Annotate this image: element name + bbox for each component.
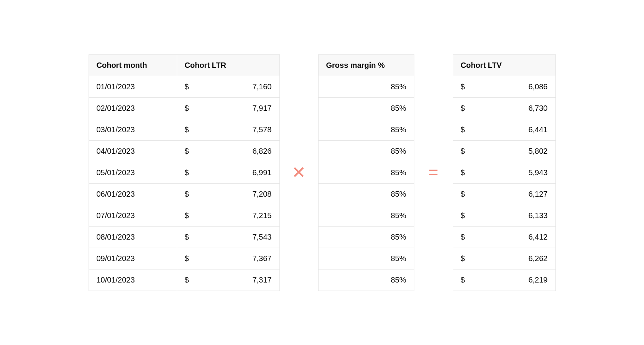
currency-symbol: $: [185, 104, 189, 113]
currency-symbol: $: [461, 125, 465, 134]
ltv-value: 6,086: [528, 82, 547, 91]
currency-symbol: $: [185, 232, 189, 242]
table-row: 85%: [318, 119, 414, 140]
ltv-value: 5,802: [528, 146, 547, 156]
currency-symbol: $: [461, 232, 465, 242]
table-row: 09/01/2023$7,367: [89, 248, 279, 269]
currency-symbol: $: [461, 275, 465, 284]
currency-symbol: $: [185, 82, 189, 91]
cell-cohort-ltr: $7,917: [177, 97, 279, 119]
ltr-table: Cohort month Cohort LTR 01/01/2023$7,160…: [89, 54, 280, 291]
currency-symbol: $: [461, 82, 465, 91]
ltr-value: 7,317: [252, 275, 271, 284]
ltr-value: 7,578: [252, 125, 271, 134]
cell-gross-margin: 85%: [318, 205, 414, 226]
ltv-table: Cohort LTV $6,086 $6,730 $6,441 $5,802 $…: [453, 54, 556, 291]
cell-cohort-ltv: $5,943: [453, 162, 555, 183]
formula-layout: Cohort month Cohort LTR 01/01/2023$7,160…: [89, 54, 556, 291]
currency-symbol: $: [185, 168, 189, 177]
table-row: 85%: [318, 140, 414, 162]
cell-cohort-ltv: $6,133: [453, 205, 555, 226]
table-row: 05/01/2023$6,991: [89, 162, 279, 183]
ltv-value: 6,441: [528, 125, 547, 134]
table-row: $6,219: [453, 269, 555, 291]
ltr-table-body: 01/01/2023$7,160 02/01/2023$7,917 03/01/…: [89, 76, 279, 291]
table-row: 85%: [318, 162, 414, 183]
ltv-value: 6,730: [528, 104, 547, 113]
table-row: $6,133: [453, 205, 555, 226]
page: Cohort month Cohort LTR 01/01/2023$7,160…: [0, 0, 644, 345]
table-row: $6,127: [453, 183, 555, 205]
cell-cohort-ltv: $6,127: [453, 183, 555, 205]
currency-symbol: $: [461, 211, 465, 220]
table-row: $6,441: [453, 119, 555, 140]
cell-cohort-ltr: $7,367: [177, 248, 279, 269]
cell-gross-margin: 85%: [318, 76, 414, 97]
table-row: $5,802: [453, 140, 555, 162]
table-row: 03/01/2023$7,578: [89, 119, 279, 140]
cell-cohort-month: 02/01/2023: [89, 97, 177, 119]
table-header-row: Cohort month Cohort LTR: [89, 54, 279, 76]
cell-cohort-ltr: $6,826: [177, 140, 279, 162]
header-cohort-ltv: Cohort LTV: [453, 54, 555, 76]
cell-gross-margin: 85%: [318, 119, 414, 140]
ltr-value: 7,367: [252, 254, 271, 263]
table-row: $6,086: [453, 76, 555, 97]
table-row: 85%: [318, 97, 414, 119]
ltv-value: 6,262: [528, 254, 547, 263]
ltr-value: 7,215: [252, 211, 271, 220]
cell-cohort-month: 06/01/2023: [89, 183, 177, 205]
currency-symbol: $: [461, 104, 465, 113]
cell-cohort-ltv: $6,262: [453, 248, 555, 269]
cell-cohort-ltv: $5,802: [453, 140, 555, 162]
table-header-row: Gross margin %: [318, 54, 414, 76]
cell-cohort-ltr: $6,991: [177, 162, 279, 183]
cell-cohort-ltr: $7,215: [177, 205, 279, 226]
cell-gross-margin: 85%: [318, 162, 414, 183]
equals-icon: =: [425, 164, 442, 181]
table-row: 06/01/2023$7,208: [89, 183, 279, 205]
ltv-value: 6,133: [528, 211, 547, 220]
ltv-table-body: $6,086 $6,730 $6,441 $5,802 $5,943 $6,12…: [453, 76, 555, 291]
currency-symbol: $: [461, 146, 465, 156]
currency-symbol: $: [185, 254, 189, 263]
cell-cohort-ltr: $7,208: [177, 183, 279, 205]
cell-gross-margin: 85%: [318, 140, 414, 162]
header-cohort-month: Cohort month: [89, 54, 177, 76]
currency-symbol: $: [185, 146, 189, 156]
cell-gross-margin: 85%: [318, 269, 414, 291]
table-row: 85%: [318, 269, 414, 291]
cell-cohort-month: 07/01/2023: [89, 205, 177, 226]
header-cohort-ltr: Cohort LTR: [177, 54, 279, 76]
cell-cohort-month: 01/01/2023: [89, 76, 177, 97]
table-row: 08/01/2023$7,543: [89, 226, 279, 248]
ltr-value: 6,991: [252, 168, 271, 177]
currency-symbol: $: [461, 168, 465, 177]
table-row: 07/01/2023$7,215: [89, 205, 279, 226]
ltr-value: 6,826: [252, 146, 271, 156]
currency-symbol: $: [461, 254, 465, 263]
cell-cohort-ltv: $6,441: [453, 119, 555, 140]
ltr-value: 7,160: [252, 82, 271, 91]
cell-gross-margin: 85%: [318, 97, 414, 119]
table-row: 85%: [318, 226, 414, 248]
cell-cohort-ltr: $7,543: [177, 226, 279, 248]
cell-cohort-ltr: $7,317: [177, 269, 279, 291]
ltv-value: 6,412: [528, 232, 547, 242]
multiply-icon: ✕: [291, 164, 307, 181]
currency-symbol: $: [185, 275, 189, 284]
table-row: $6,262: [453, 248, 555, 269]
ltv-value: 5,943: [528, 168, 547, 177]
table-row: 10/01/2023$7,317: [89, 269, 279, 291]
cell-gross-margin: 85%: [318, 248, 414, 269]
table-row: 85%: [318, 205, 414, 226]
cell-gross-margin: 85%: [318, 183, 414, 205]
table-row: 85%: [318, 183, 414, 205]
cell-cohort-month: 03/01/2023: [89, 119, 177, 140]
cell-cohort-ltr: $7,160: [177, 76, 279, 97]
cell-cohort-month: 08/01/2023: [89, 226, 177, 248]
header-gross-margin: Gross margin %: [318, 54, 414, 76]
table-row: 85%: [318, 76, 414, 97]
table-header-row: Cohort LTV: [453, 54, 555, 76]
cell-cohort-ltv: $6,086: [453, 76, 555, 97]
